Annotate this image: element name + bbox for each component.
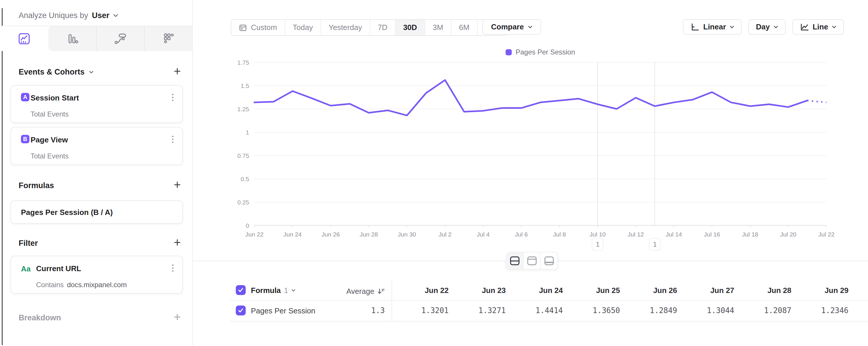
layout-split-view-button[interactable] <box>506 253 523 269</box>
formula-header-label: Formula <box>251 286 281 295</box>
range-option-7d[interactable]: 7D <box>370 20 395 35</box>
table-date-header: Jun 22 <box>392 286 448 295</box>
compare-button[interactable]: Compare <box>482 19 541 35</box>
range-option-today[interactable]: Today <box>285 20 320 35</box>
window-left-edge <box>2 8 3 345</box>
sidebar-divider <box>192 0 193 346</box>
range-label: 6M <box>459 23 469 32</box>
analyze-by-selector[interactable]: User <box>92 11 110 20</box>
tab-bar-chart[interactable] <box>48 26 96 51</box>
svg-text:Jul 16: Jul 16 <box>704 231 720 238</box>
average-header-label: Average <box>346 287 374 296</box>
kebab-menu-icon[interactable] <box>171 136 174 143</box>
table-value-cell: 1.3044 <box>677 306 734 315</box>
table-value-cell: 1.2087 <box>734 306 792 315</box>
tab-retention[interactable] <box>144 26 192 51</box>
svg-text:Jun 24: Jun 24 <box>283 231 302 238</box>
kebab-menu-icon[interactable] <box>171 94 174 101</box>
formulas-header: Formulas <box>19 181 54 190</box>
tab-flows[interactable] <box>96 26 144 51</box>
range-label: 3M <box>433 23 443 32</box>
range-option-6m[interactable]: 6M <box>451 20 477 35</box>
chart-type-selector[interactable]: Line <box>792 19 844 35</box>
svg-text:Jul 4: Jul 4 <box>477 231 490 238</box>
chevron-down-icon <box>528 26 532 29</box>
average-column-header[interactable]: Average <box>291 285 392 297</box>
flows-icon <box>114 32 127 46</box>
event-card-session-start[interactable]: A Session Start Total Events <box>10 85 183 123</box>
insights-report-page: Analyze Uniques by User <box>0 0 868 346</box>
string-property-icon: Aa <box>21 264 31 273</box>
event-name[interactable]: Page View <box>31 136 68 144</box>
range-label: 7D <box>378 23 388 32</box>
event-card-page-view[interactable]: B Page View Total Events <box>10 127 183 165</box>
events-cohorts-header[interactable]: Events & Cohorts <box>19 67 93 77</box>
svg-text:Jun 28: Jun 28 <box>360 231 378 238</box>
events-cohorts-label: Events & Cohorts <box>19 67 85 77</box>
tab-insights[interactable] <box>0 26 48 51</box>
date-range-selector: Custom Today Yesterday 7D 30D 3M 6M 12M <box>231 19 508 36</box>
svg-text:Jul 8: Jul 8 <box>553 231 566 238</box>
svg-text:Jul 22: Jul 22 <box>818 231 835 238</box>
series-checkbox[interactable] <box>236 306 246 315</box>
layout-chart-view-button[interactable] <box>523 253 540 269</box>
event-metric[interactable]: Total Events <box>31 152 69 160</box>
formula-name[interactable]: Pages Per Session (B / A) <box>21 208 113 217</box>
kebab-menu-icon[interactable] <box>171 264 174 272</box>
filter-card-current-url[interactable]: Aa Current URL Contains docs.mixpanel.co… <box>10 256 183 294</box>
svg-text:Jun 26: Jun 26 <box>321 231 340 238</box>
formula-card[interactable]: Pages Per Session (B / A) <box>10 200 183 224</box>
range-option-yesterday[interactable]: Yesterday <box>320 20 370 35</box>
table-date-header: Jun 29 <box>792 286 848 295</box>
range-label: Custom <box>251 23 277 32</box>
svg-text:0.25: 0.25 <box>237 199 249 206</box>
series-row-name: Pages Per Session <box>251 307 315 315</box>
calendar-icon <box>239 24 247 31</box>
svg-text:Jul 18: Jul 18 <box>742 231 758 238</box>
table-value-cell: 1.2849 <box>620 306 677 315</box>
formula-header-number: 1 <box>284 286 288 295</box>
table-date-header: Jun 25 <box>563 286 620 295</box>
filter-operator[interactable]: Contains <box>36 281 64 289</box>
table-value-cell: 1.3201 <box>392 306 448 315</box>
scale-label: Linear <box>703 22 726 31</box>
filter-property-name[interactable]: Current URL <box>36 264 81 273</box>
event-name[interactable]: Session Start <box>31 93 79 103</box>
layout-table-view-button[interactable] <box>540 253 557 269</box>
analyze-label: Analyze Uniques by <box>19 11 88 20</box>
range-option-30d[interactable]: 30D <box>395 20 425 35</box>
interval-label: Day <box>756 22 770 31</box>
event-metric[interactable]: Total Events <box>31 110 69 118</box>
add-formula-button[interactable]: + <box>172 180 182 190</box>
svg-text:Jul 14: Jul 14 <box>666 231 682 238</box>
layout-toggle <box>506 252 558 270</box>
filter-label: Filter <box>19 239 38 248</box>
chevron-down-icon[interactable] <box>113 14 118 17</box>
svg-text:Jul 2: Jul 2 <box>439 231 452 238</box>
filter-value[interactable]: docs.mixpanel.com <box>67 281 127 289</box>
svg-text:1: 1 <box>595 241 599 248</box>
table-date-values: 1.32011.32711.44141.36501.28491.30441.20… <box>392 306 848 315</box>
formula-column-header[interactable]: Formula 1 <box>251 286 296 295</box>
svg-text:0: 0 <box>246 222 249 229</box>
range-option-custom[interactable]: Custom <box>231 20 285 35</box>
add-breakdown-button[interactable]: + <box>172 312 182 322</box>
query-builder-sidebar: Analyze Uniques by User <box>0 0 192 346</box>
add-event-button[interactable]: + <box>172 66 182 76</box>
breakdown-label: Breakdown <box>19 313 61 322</box>
range-option-3m[interactable]: 3M <box>425 20 451 35</box>
interval-selector[interactable]: Day <box>748 19 786 35</box>
chart-legend[interactable]: Pages Per Session <box>254 48 826 56</box>
scale-selector[interactable]: Linear <box>683 19 742 35</box>
range-label: 30D <box>403 23 417 32</box>
svg-text:Jun 30: Jun 30 <box>398 231 416 238</box>
table-value-cell: 1.4414 <box>506 306 563 315</box>
range-label: Today <box>293 23 313 32</box>
bar-chart-icon <box>66 32 79 45</box>
line-chart-icon <box>800 22 809 31</box>
chevron-down-icon <box>89 71 93 74</box>
add-filter-button[interactable]: + <box>172 238 182 248</box>
table-date-header: Jun 24 <box>506 286 563 295</box>
formula-checkbox[interactable] <box>236 285 246 295</box>
visualization-tabs <box>0 26 192 51</box>
